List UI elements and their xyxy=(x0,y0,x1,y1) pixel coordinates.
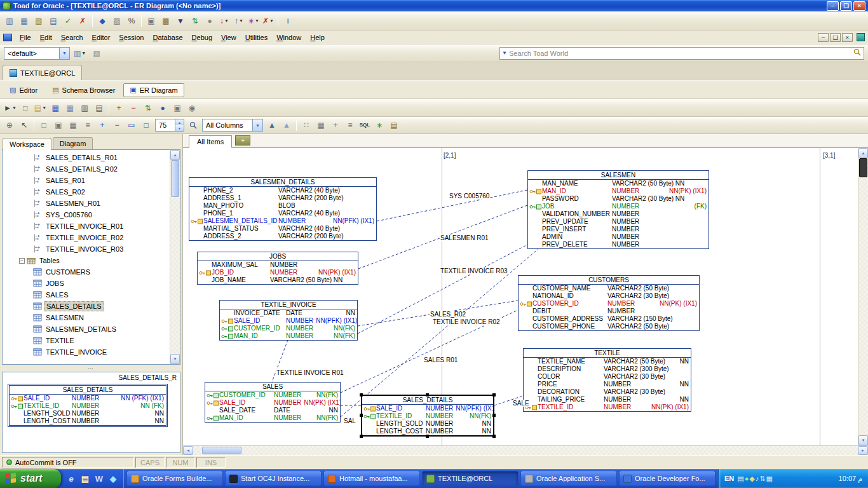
collapse-icon[interactable]: − xyxy=(19,258,25,264)
scroll-right-icon[interactable]: ► xyxy=(858,446,868,455)
taskbar-task[interactable]: TEXTILE@ORCL xyxy=(422,471,519,486)
mdi-restore-button[interactable]: ❑ xyxy=(830,33,841,42)
menu-file[interactable]: File xyxy=(15,32,36,43)
menu-database[interactable]: Database xyxy=(148,32,187,43)
preview-table[interactable]: SALES_DETAILS SALE_IDNUMBERNN (PFK) (IX1… xyxy=(8,384,168,427)
er-table-salesmen[interactable]: SALESMENMAN_NAMEVARCHAR2 (50 Byte) NNMAN… xyxy=(527,170,709,249)
toad-world-searchbox[interactable]: ▼ xyxy=(499,47,864,60)
er-table-sales_details[interactable]: SALES_DETAILSSALE_IDNUMBERNN(PFK) (IX1)T… xyxy=(361,395,494,437)
show-grid-icon[interactable]: ▦ xyxy=(314,118,328,132)
save-model-icon[interactable]: ▦ xyxy=(48,101,62,115)
new-connection-icon[interactable]: ▦ xyxy=(17,14,31,28)
restore-button[interactable]: ❑ xyxy=(840,1,852,11)
align-icon[interactable]: ▲ xyxy=(280,118,294,132)
connection-selector-arrow[interactable]: ▼ xyxy=(59,48,69,59)
menu-search[interactable]: Search xyxy=(57,32,88,43)
relationship-label[interactable]: TEXTILE INVOICE R01 xyxy=(276,369,344,376)
refresh-icon[interactable]: ⇅ xyxy=(188,14,202,28)
tree-item-textile_invoice_r02[interactable]: TEXTILE_INVOICE_R02 xyxy=(3,232,170,243)
tree-item-sales_r01[interactable]: SALES_R01 xyxy=(3,175,170,186)
export-icon[interactable]: ↑▼ xyxy=(232,14,246,28)
er-diagram-icon[interactable]: ◆ xyxy=(95,14,109,28)
refresh-model-icon[interactable]: ⇅ xyxy=(141,101,155,115)
media-player-icon[interactable]: ◆ xyxy=(107,473,119,484)
er-table-textile_invoice[interactable]: TEXTILE_INVOICEINVOICE_DATEDATENNSALE_ID… xyxy=(219,300,358,341)
automation-designer-icon[interactable]: % xyxy=(125,14,139,28)
zoom-in-icon[interactable]: + xyxy=(95,118,109,132)
tree-item-sales_r02[interactable]: SALES_R02 xyxy=(3,186,170,198)
messenger-icon[interactable]: ● xyxy=(745,475,749,482)
tab-workspace[interactable]: Workspace xyxy=(3,138,51,150)
scroll-up-icon[interactable]: ▲ xyxy=(858,148,868,158)
desktop-panel-icon[interactable] xyxy=(857,33,865,41)
connection-tab[interactable]: TEXTILE@ORCL xyxy=(3,65,82,80)
taskbar-task[interactable]: Start OC4J Instance... xyxy=(225,471,322,486)
zoom-value[interactable]: 75 xyxy=(156,119,175,131)
list-view-icon[interactable]: ≡ xyxy=(81,118,95,132)
relationship-label[interactable]: SAL xyxy=(343,417,356,424)
antivirus-icon[interactable]: ◆ xyxy=(749,475,754,483)
tab-schema-browser[interactable]: ▤ Schema Browser xyxy=(46,83,121,97)
taskbar-task[interactable]: Hotmail - moustafaa... xyxy=(323,471,420,486)
add-tab-button[interactable]: + xyxy=(235,135,250,146)
mdi-close-button[interactable]: × xyxy=(842,33,853,42)
relationship-label[interactable]: SALES_R02 xyxy=(430,311,466,318)
selection-handle[interactable] xyxy=(492,393,496,396)
scroll-down-icon[interactable]: ▼ xyxy=(858,435,868,445)
import-icon[interactable]: ↓▼ xyxy=(217,14,231,28)
network-icon[interactable]: ⇅ xyxy=(759,475,765,483)
tree-scrollbar[interactable]: ▲ ▼ xyxy=(170,150,180,364)
tree-item-jobs[interactable]: JOBS xyxy=(3,278,170,289)
internet-explorer-icon[interactable]: e xyxy=(65,473,77,484)
schema-browser-icon[interactable]: ▤ xyxy=(46,14,60,28)
sql-editor-icon[interactable]: ▧ xyxy=(32,14,46,28)
connection-selector[interactable]: <default> ▼ xyxy=(4,47,70,60)
scroll-down-icon[interactable]: ▼ xyxy=(170,354,180,364)
volume-icon[interactable]: ♪ xyxy=(756,475,759,482)
ants-icon[interactable]: ∗ xyxy=(372,118,386,132)
tree-item-sys_c005760[interactable]: SYS_C005760 xyxy=(3,209,170,220)
selection-handle[interactable] xyxy=(360,414,363,417)
crosshair-icon[interactable]: + xyxy=(329,118,342,132)
select-icon[interactable]: ↖ xyxy=(17,118,31,132)
history-icon[interactable]: ● xyxy=(203,14,217,28)
search-options-arrow[interactable]: ▼ xyxy=(502,50,507,56)
selection-handle[interactable] xyxy=(360,393,363,396)
copy-page-icon[interactable]: ▣ xyxy=(51,118,65,132)
print-preview-icon[interactable]: ▥ xyxy=(78,101,92,115)
tab-editor[interactable]: ▨ Editor xyxy=(3,83,44,97)
tree-item-salesmen_r01[interactable]: SALESMEN_R01 xyxy=(3,198,170,209)
word-icon[interactable]: W xyxy=(93,473,105,484)
report-manager-icon[interactable]: ▨ xyxy=(110,14,124,28)
selection-handle[interactable] xyxy=(492,414,496,417)
snapshot-icon[interactable]: ◉ xyxy=(185,101,199,115)
pan-icon[interactable]: ⊕ xyxy=(3,118,17,132)
er-table-textile[interactable]: TEXTILETEXTILE_NAMEVARCHAR2 (50 Byte)NND… xyxy=(523,348,691,412)
menu-help[interactable]: Help xyxy=(306,32,329,43)
tree-item-salesmen[interactable]: SALESMEN xyxy=(3,312,170,323)
mail-icon[interactable]: ▤ xyxy=(79,473,91,484)
stop-icon[interactable]: ✗▼ xyxy=(261,14,275,28)
taskbar-task[interactable]: Oracle Forms Builde... xyxy=(126,471,223,486)
zoom-down-icon[interactable]: ▼ xyxy=(175,125,184,131)
grid-view-icon[interactable]: ▦ xyxy=(66,118,80,132)
close-button[interactable]: × xyxy=(853,1,865,11)
menu-view[interactable]: View xyxy=(217,32,241,43)
relationship-label[interactable]: SALESMEN R01 xyxy=(440,234,489,241)
paste-icon[interactable]: ▩ xyxy=(159,14,173,28)
diagram-vscrollbar[interactable]: ▲ ▼ xyxy=(858,148,868,445)
tree-item-tables[interactable]: −Tables xyxy=(3,255,170,266)
tools-icon[interactable]: ∗▼ xyxy=(247,14,261,28)
save-as-icon[interactable]: ▦ xyxy=(63,101,77,115)
menu-session[interactable]: Session xyxy=(114,32,148,43)
start-button[interactable]: start xyxy=(0,469,61,488)
snap-grid-icon[interactable]: ∷ xyxy=(299,118,313,132)
tree-item-customers[interactable]: CUSTOMERS xyxy=(3,266,170,278)
add-object-icon[interactable]: + xyxy=(112,101,126,115)
search-icon[interactable] xyxy=(853,48,862,58)
copy-image-icon[interactable]: ▣ xyxy=(170,101,184,115)
about-icon[interactable]: i xyxy=(281,14,295,28)
zoom-page-icon[interactable]: □ xyxy=(139,118,153,132)
session-grid-button[interactable]: ▧ xyxy=(90,46,104,60)
tree-item-textile[interactable]: TEXTILE xyxy=(3,335,170,346)
